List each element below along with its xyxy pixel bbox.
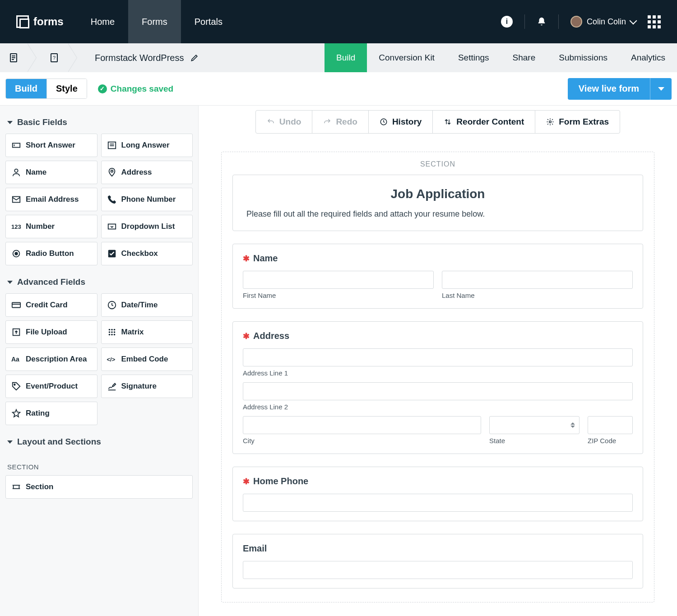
reorder-icon (444, 118, 452, 126)
user-menu[interactable]: Colin Colin (570, 16, 636, 28)
logo[interactable]: forms (0, 15, 77, 28)
field-dropdown[interactable]: Dropdown List (101, 215, 193, 238)
build-style-segment: Build Style (5, 79, 87, 99)
short-answer-icon (11, 140, 21, 150)
field-section[interactable]: Section (5, 475, 193, 499)
undo-button[interactable]: Undo (255, 110, 313, 134)
field-file-upload[interactable]: File Upload (5, 320, 97, 344)
nav-portals[interactable]: Portals (181, 0, 236, 43)
form-section[interactable]: SECTION Job Application Please fill out … (221, 152, 654, 602)
input-state[interactable] (489, 416, 580, 434)
history-button[interactable]: History (368, 110, 433, 134)
svg-rect-6 (13, 143, 20, 147)
field-name[interactable]: Name (5, 161, 97, 184)
svg-rect-18 (12, 303, 20, 308)
section-icon (11, 482, 21, 492)
input-city[interactable] (243, 416, 481, 434)
field-phone[interactable]: Phone Number (101, 188, 193, 211)
nav-home[interactable]: Home (77, 0, 128, 43)
input-email[interactable] (243, 561, 633, 579)
seg-style[interactable]: Style (47, 79, 87, 98)
field-description[interactable]: AaDescription Area (5, 347, 97, 371)
bell-icon[interactable] (537, 16, 547, 28)
redo-icon (323, 118, 331, 126)
breadcrumb-bar: ? Formstack WordPress Build Conversion K… (0, 43, 677, 72)
field-embed[interactable]: </>Embed Code (101, 347, 193, 371)
svg-point-12 (111, 170, 113, 172)
view-live-form-dropdown[interactable] (650, 78, 672, 100)
star-icon (11, 408, 21, 418)
field-credit-card[interactable]: Credit Card (5, 293, 97, 317)
field-checkbox[interactable]: Checkbox (101, 242, 193, 265)
input-address1[interactable] (243, 348, 633, 366)
field-event[interactable]: Event/Product (5, 375, 97, 398)
person-icon (11, 167, 21, 177)
sublabel-state: State (489, 437, 580, 445)
divider (524, 14, 525, 29)
input-first-name[interactable] (243, 271, 434, 289)
tab-share[interactable]: Share (501, 43, 547, 72)
crumb-root[interactable] (0, 43, 27, 72)
form-field-phone[interactable]: ✱Home Phone (232, 467, 643, 521)
divider (558, 14, 559, 29)
triangle-down-icon (658, 87, 664, 91)
logo-icon (16, 15, 29, 28)
gear-icon (546, 118, 554, 126)
input-zip[interactable] (588, 416, 633, 434)
crumb-folder[interactable]: ? (41, 43, 68, 72)
basic-fields-grid: Short Answer Long Answer Name Address Em… (5, 134, 193, 265)
svg-rect-14 (108, 224, 116, 229)
tab-build[interactable]: Build (325, 43, 367, 72)
field-number[interactable]: 123Number (5, 215, 97, 238)
redo-button[interactable]: Redo (312, 110, 369, 134)
upload-icon (11, 327, 21, 337)
field-short-answer[interactable]: Short Answer (5, 134, 97, 157)
tab-settings[interactable]: Settings (446, 43, 501, 72)
field-matrix[interactable]: Matrix (101, 320, 193, 344)
field-email[interactable]: Email Address (5, 188, 97, 211)
apps-icon[interactable] (648, 15, 661, 28)
tab-conversion[interactable]: Conversion Kit (367, 43, 446, 72)
input-last-name[interactable] (442, 271, 633, 289)
svg-point-29 (111, 334, 113, 336)
group-layout[interactable]: Layout and Sections (5, 432, 193, 453)
extras-button[interactable]: Form Extras (535, 110, 620, 134)
sublabel-zip: ZIP Code (588, 437, 633, 445)
form-field-email[interactable]: Email (232, 534, 643, 588)
form-field-address[interactable]: ✱Address Address Line 1 Address Line 2 C… (232, 321, 643, 454)
reorder-button[interactable]: Reorder Content (432, 110, 535, 134)
field-radio[interactable]: Radio Button (5, 242, 97, 265)
view-live-form-button[interactable]: View live form (568, 78, 650, 100)
tab-analytics[interactable]: Analytics (619, 43, 677, 72)
clock-icon (107, 300, 117, 310)
field-datetime[interactable]: Date/Time (101, 293, 193, 317)
sublabel-first: First Name (243, 292, 434, 299)
form-title-text: Formstack WordPress (95, 53, 184, 63)
info-icon[interactable]: i (501, 16, 513, 28)
tab-submissions[interactable]: Submissions (547, 43, 619, 72)
svg-point-26 (111, 331, 113, 333)
pin-icon (107, 167, 117, 177)
group-advanced[interactable]: Advanced Fields (5, 273, 193, 293)
group-basic[interactable]: Basic Fields (5, 113, 193, 134)
sublabel-city: City (243, 437, 481, 445)
edit-icon[interactable] (190, 53, 199, 62)
user-name-text: Colin Colin (587, 17, 626, 27)
seg-build[interactable]: Build (6, 79, 47, 98)
sublabel-last: Last Name (442, 292, 633, 299)
input-address2[interactable] (243, 382, 633, 400)
nav-forms[interactable]: Forms (128, 0, 181, 43)
section-header[interactable]: Job Application Please fill out all the … (232, 175, 643, 231)
sublabel-addr1: Address Line 1 (243, 369, 633, 377)
group-advanced-label: Advanced Fields (17, 277, 85, 287)
field-long-answer[interactable]: Long Answer (101, 134, 193, 157)
input-phone[interactable] (243, 494, 633, 512)
field-signature[interactable]: Signature (101, 375, 193, 398)
group-basic-label: Basic Fields (17, 117, 67, 127)
form-field-name[interactable]: ✱Name First Name Last Name (232, 244, 643, 309)
svg-point-22 (108, 329, 110, 331)
card-icon (11, 300, 21, 310)
field-rating[interactable]: Rating (5, 402, 97, 425)
label-phone: Home Phone (253, 476, 308, 486)
field-address[interactable]: Address (101, 161, 193, 184)
